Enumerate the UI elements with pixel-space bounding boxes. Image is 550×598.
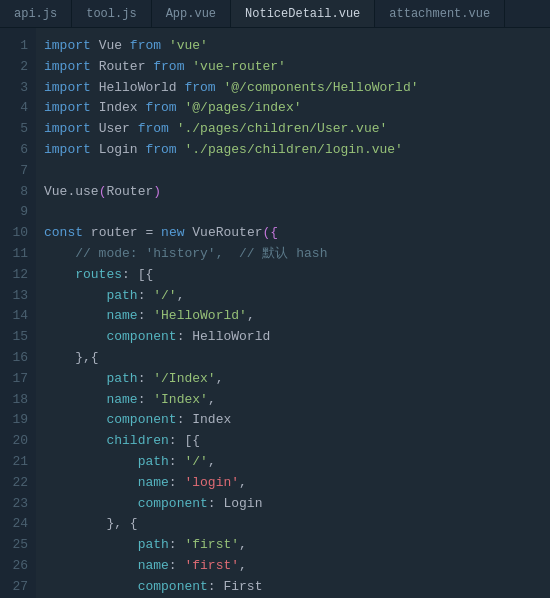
code-line: children: [{ (44, 431, 550, 452)
tab-bar: api.js tool.js App.vue NoticeDetail.vue … (0, 0, 550, 28)
code-area: 1234567891011121314151617181920212223242… (0, 28, 550, 598)
code-line: path: '/', (44, 452, 550, 473)
code-line: name: 'Index', (44, 390, 550, 411)
line-number: 14 (0, 306, 36, 327)
line-number: 22 (0, 473, 36, 494)
code-line: import Index from '@/pages/index' (44, 98, 550, 119)
line-number: 27 (0, 577, 36, 598)
tab-apijs[interactable]: api.js (0, 0, 72, 27)
code-line: Vue.use(Router) (44, 182, 550, 203)
code-line: }, { (44, 514, 550, 535)
code-line: import User from './pages/children/User.… (44, 119, 550, 140)
code-line: name: 'login', (44, 473, 550, 494)
line-number: 26 (0, 556, 36, 577)
line-number: 23 (0, 494, 36, 515)
code-line: path: '/', (44, 286, 550, 307)
line-number: 24 (0, 514, 36, 535)
code-line: component: Login (44, 494, 550, 515)
code-line: component: Index (44, 410, 550, 431)
line-number: 18 (0, 390, 36, 411)
tab-noticedetailvue[interactable]: NoticeDetail.vue (231, 0, 375, 27)
line-number: 13 (0, 286, 36, 307)
code-line: path: 'first', (44, 535, 550, 556)
tab-appvue[interactable]: App.vue (152, 0, 231, 27)
line-number: 15 (0, 327, 36, 348)
code-line: import HelloWorld from '@/components/Hel… (44, 78, 550, 99)
code-line: import Login from './pages/children/logi… (44, 140, 550, 161)
line-number: 2 (0, 57, 36, 78)
code-line: path: '/Index', (44, 369, 550, 390)
code-line: // mode: 'history', // 默认 hash (44, 244, 550, 265)
line-number: 16 (0, 348, 36, 369)
line-number: 6 (0, 140, 36, 161)
code-line: name: 'first', (44, 556, 550, 577)
line-number: 5 (0, 119, 36, 140)
line-numbers: 1234567891011121314151617181920212223242… (0, 28, 36, 598)
line-number: 20 (0, 431, 36, 452)
code-line: const router = new VueRouter({ (44, 223, 550, 244)
code-line: component: First (44, 577, 550, 598)
line-number: 11 (0, 244, 36, 265)
line-number: 7 (0, 161, 36, 182)
tab-tooljs[interactable]: tool.js (72, 0, 151, 27)
line-number: 12 (0, 265, 36, 286)
line-number: 9 (0, 202, 36, 223)
code-line: },{ (44, 348, 550, 369)
code-line: component: HelloWorld (44, 327, 550, 348)
line-number: 3 (0, 78, 36, 99)
line-number: 17 (0, 369, 36, 390)
line-number: 10 (0, 223, 36, 244)
code-line: import Router from 'vue-router' (44, 57, 550, 78)
code-line: import Vue from 'vue' (44, 36, 550, 57)
line-number: 4 (0, 98, 36, 119)
line-number: 8 (0, 182, 36, 203)
tab-attachmentvue[interactable]: attachment.vue (375, 0, 505, 27)
line-number: 1 (0, 36, 36, 57)
code-line (44, 202, 550, 223)
code-line: routes: [{ (44, 265, 550, 286)
code-line: name: 'HelloWorld', (44, 306, 550, 327)
line-number: 21 (0, 452, 36, 473)
code-content[interactable]: import Vue from 'vue'import Router from … (36, 28, 550, 598)
code-line (44, 161, 550, 182)
line-number: 25 (0, 535, 36, 556)
line-number: 19 (0, 410, 36, 431)
